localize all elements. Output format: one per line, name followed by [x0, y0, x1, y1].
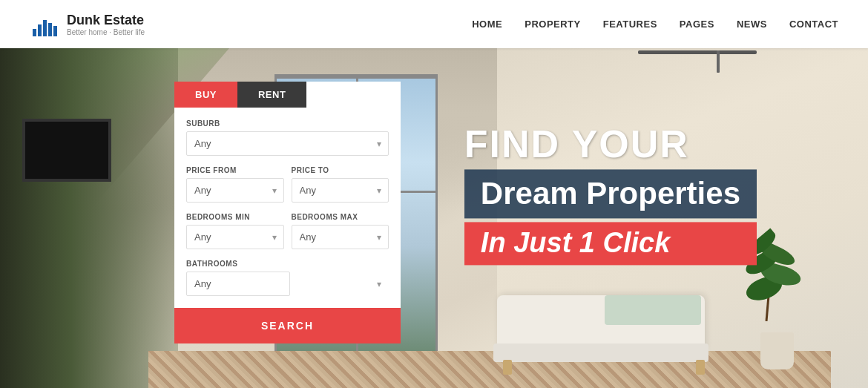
- price-to-wrapper: Any: [292, 178, 389, 203]
- bedrooms-min-label: BEDROOMS MIN: [186, 213, 284, 221]
- price-from-field: PRICE FROM Any: [186, 166, 284, 203]
- price-to-label: PRICE TO: [292, 166, 389, 174]
- bedrooms-max-select[interactable]: Any: [292, 225, 389, 249]
- bedrooms-row: BEDROOMS MIN Any BEDROOMS MAX Any: [186, 213, 389, 249]
- in-just-click-text: In Just 1 Click: [481, 228, 740, 259]
- bedrooms-max-label: BEDROOMS MAX: [292, 213, 389, 221]
- bathrooms-field: BATHROOMS Any: [186, 260, 389, 296]
- bedrooms-max-field: BEDROOMS MAX Any: [292, 213, 389, 249]
- main-nav: HOME PROPERTY FEATURES PAGES NEWS CONTAC…: [472, 19, 838, 30]
- logo-text-group: Dunk Estate Better home · Better life: [67, 13, 145, 36]
- hero-content: FIND YOUR Dream Properties In Just 1 Cli…: [464, 123, 757, 265]
- header: Dunk Estate Better home · Better life HO…: [0, 0, 868, 48]
- hero-section: FIND YOUR Dream Properties In Just 1 Cli…: [0, 0, 868, 388]
- suburb-label: SUBURB: [186, 119, 389, 128]
- logo-title: Dunk Estate: [67, 13, 145, 28]
- svg-rect-3: [48, 23, 52, 36]
- logo[interactable]: Dunk Estate Better home · Better life: [30, 8, 145, 41]
- logo-icon: [30, 8, 59, 41]
- pot: [760, 332, 794, 369]
- tab-row: BUY RENT: [174, 82, 401, 108]
- bathrooms-label: BATHROOMS: [186, 260, 389, 268]
- bedrooms-min-select[interactable]: Any: [186, 225, 284, 249]
- nav-pages[interactable]: PAGES: [680, 19, 714, 30]
- nav-news[interactable]: NEWS: [737, 19, 767, 30]
- svg-rect-0: [33, 29, 36, 36]
- tab-rent[interactable]: RENT: [237, 82, 306, 108]
- tab-buy[interactable]: BUY: [174, 82, 237, 108]
- find-your-text: FIND YOUR: [464, 123, 757, 165]
- sofa-leg-right: [503, 360, 512, 375]
- rug: [148, 351, 831, 388]
- price-to-field: PRICE TO Any: [292, 166, 389, 203]
- price-row: PRICE FROM Any PRICE TO Any: [186, 166, 389, 203]
- search-button[interactable]: SEARCH: [174, 308, 401, 343]
- bedrooms-max-wrapper: Any: [292, 225, 389, 249]
- in-just-click-box: In Just 1 Click: [464, 222, 757, 265]
- ceiling-rail: [638, 50, 757, 54]
- dream-properties-box: Dream Properties: [464, 169, 757, 218]
- sofa-leg-left: [696, 360, 705, 375]
- price-from-wrapper: Any: [186, 178, 284, 203]
- price-from-select[interactable]: Any: [186, 178, 284, 203]
- bedrooms-min-field: BEDROOMS MIN Any: [186, 213, 284, 249]
- svg-rect-2: [43, 20, 47, 36]
- nav-home[interactable]: HOME: [472, 19, 502, 30]
- svg-rect-1: [38, 24, 42, 36]
- nav-contact[interactable]: CONTACT: [789, 19, 838, 30]
- price-from-label: PRICE FROM: [186, 166, 284, 174]
- bedrooms-min-wrapper: Any: [186, 225, 284, 249]
- plant-container: [760, 332, 794, 369]
- dream-properties-text: Dream Properties: [481, 177, 740, 211]
- logo-subtitle: Better home · Better life: [67, 28, 145, 36]
- sofa-cushion: [605, 295, 701, 325]
- suburb-select-wrapper: Any: [186, 131, 389, 156]
- rail-hook: [717, 50, 720, 73]
- tv: [22, 119, 111, 182]
- bathrooms-select[interactable]: Any: [186, 272, 290, 296]
- nav-property[interactable]: PROPERTY: [525, 19, 581, 30]
- bathrooms-wrapper: Any: [186, 272, 389, 296]
- search-panel: BUY RENT SUBURB Any PRICE FROM: [174, 82, 401, 343]
- form-area: SUBURB Any PRICE FROM Any: [174, 108, 401, 343]
- suburb-field: SUBURB Any: [186, 119, 389, 156]
- svg-rect-4: [53, 26, 57, 36]
- sofa-seat: [493, 343, 708, 362]
- price-to-select[interactable]: Any: [292, 178, 389, 203]
- left-wall: [0, 48, 178, 388]
- suburb-select[interactable]: Any: [186, 131, 389, 156]
- nav-features[interactable]: FEATURES: [603, 19, 657, 30]
